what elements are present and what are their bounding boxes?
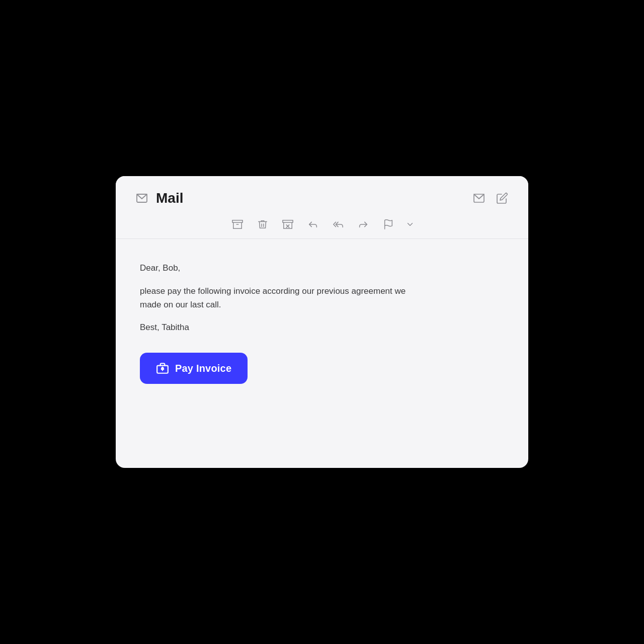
pay-invoice-icon <box>156 362 169 375</box>
mail-app-icon <box>134 190 150 206</box>
email-body-text: please pay the following invoice accordi… <box>140 284 422 311</box>
mail-window: Mail <box>116 176 528 468</box>
svg-rect-4 <box>283 220 293 223</box>
email-toolbar <box>116 206 528 239</box>
reply-all-button[interactable] <box>330 216 346 232</box>
new-message-icon[interactable] <box>471 190 487 206</box>
pay-invoice-label: Pay Invoice <box>175 363 231 374</box>
email-greeting: Dear, Bob, <box>140 263 504 273</box>
pay-invoice-button[interactable]: Pay Invoice <box>140 353 248 384</box>
more-actions-button[interactable] <box>406 220 415 229</box>
app-title: Mail <box>156 190 183 206</box>
header-actions <box>471 190 510 206</box>
svg-rect-2 <box>232 220 243 223</box>
reply-button[interactable] <box>305 216 321 232</box>
compose-icon[interactable] <box>494 190 510 206</box>
junk-button[interactable] <box>280 216 296 232</box>
header-left: Mail <box>134 190 183 206</box>
email-signature: Best, Tabitha <box>140 323 504 333</box>
forward-button[interactable] <box>355 216 371 232</box>
flag-button[interactable] <box>380 216 396 232</box>
delete-button[interactable] <box>255 216 271 232</box>
app-header: Mail <box>116 176 528 206</box>
archive-button[interactable] <box>229 216 246 232</box>
email-body-area: Dear, Bob, please pay the following invo… <box>116 239 528 408</box>
